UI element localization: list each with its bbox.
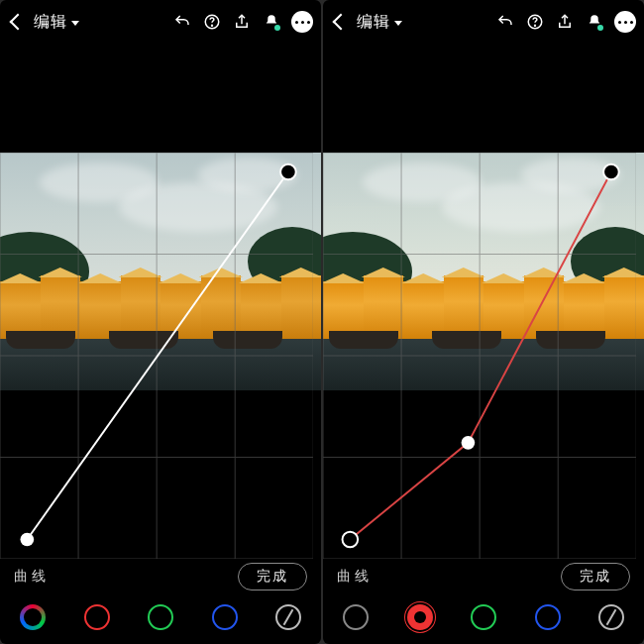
channel-bw[interactable]: [275, 604, 301, 630]
back-button[interactable]: [331, 12, 351, 32]
done-label: 完成: [257, 568, 288, 584]
notifications-button[interactable]: [262, 12, 281, 32]
notification-dot-icon: [597, 25, 603, 31]
canvas-area: [0, 44, 321, 555]
undo-icon: [173, 13, 191, 31]
channel-row: [14, 604, 307, 630]
channel-rgb[interactable]: [343, 604, 369, 630]
edit-dropdown[interactable]: 编辑: [34, 12, 79, 33]
editor-pane-right: 编辑: [323, 0, 644, 644]
svg-point-1: [212, 25, 213, 26]
curve-handle-mid[interactable]: [462, 436, 476, 450]
svg-point-13: [535, 25, 536, 26]
share-icon: [233, 13, 251, 31]
channel-row: [337, 604, 630, 630]
curve-overlay[interactable]: [0, 153, 313, 559]
channel-red[interactable]: [84, 604, 110, 630]
channel-red[interactable]: [407, 604, 433, 630]
share-button[interactable]: [232, 12, 252, 32]
notification-dot-icon: [274, 25, 280, 31]
channel-rgb[interactable]: [20, 604, 46, 630]
chevron-left-icon: [333, 14, 350, 31]
channel-blue[interactable]: [212, 604, 238, 630]
tool-label: 曲线: [14, 568, 50, 586]
channel-green[interactable]: [471, 604, 496, 630]
notifications-button[interactable]: [585, 12, 604, 32]
curve-handle-highlight[interactable]: [280, 164, 296, 180]
done-button[interactable]: 完成: [238, 563, 307, 590]
undo-icon: [496, 13, 514, 31]
back-button[interactable]: [8, 12, 28, 32]
channel-bw[interactable]: [598, 604, 624, 630]
caret-down-icon: [394, 21, 402, 26]
edit-label: 编辑: [357, 12, 390, 33]
edit-label: 编辑: [34, 12, 67, 33]
share-icon: [556, 13, 574, 31]
curve-handle-shadow[interactable]: [20, 533, 34, 547]
help-icon: [526, 13, 544, 31]
top-bar: 编辑: [0, 0, 321, 44]
more-button[interactable]: [291, 11, 313, 33]
tool-label: 曲线: [337, 568, 373, 586]
done-button[interactable]: 完成: [561, 563, 630, 590]
caret-down-icon: [71, 21, 79, 26]
top-bar: 编辑: [323, 0, 644, 44]
editor-pane-left: 编辑: [0, 0, 321, 644]
share-button[interactable]: [555, 12, 575, 32]
undo-button[interactable]: [495, 12, 515, 32]
channel-green[interactable]: [148, 604, 173, 630]
curve-overlay[interactable]: [323, 153, 636, 559]
curve-handle-shadow[interactable]: [343, 532, 359, 548]
chevron-left-icon: [10, 14, 27, 31]
curve-handle-highlight[interactable]: [603, 164, 619, 180]
footer-controls: 曲线 完成: [0, 555, 321, 644]
done-label: 完成: [580, 568, 611, 584]
canvas-area: [323, 44, 644, 555]
comparison-wrapper: 编辑: [0, 0, 644, 644]
help-icon: [203, 13, 221, 31]
channel-blue[interactable]: [535, 604, 561, 630]
more-button[interactable]: [614, 11, 636, 33]
undo-button[interactable]: [172, 12, 192, 32]
footer-controls: 曲线 完成: [323, 555, 644, 644]
edit-dropdown[interactable]: 编辑: [357, 12, 402, 33]
help-button[interactable]: [525, 12, 545, 32]
help-button[interactable]: [202, 12, 222, 32]
